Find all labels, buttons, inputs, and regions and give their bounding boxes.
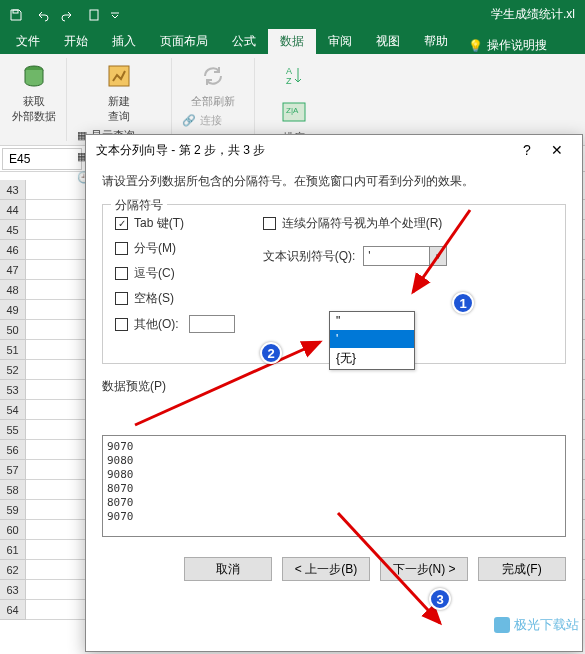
undo-icon[interactable] bbox=[30, 3, 54, 27]
annotation-badge-1: 1 bbox=[452, 292, 474, 314]
row-header[interactable]: 59 bbox=[0, 500, 26, 520]
new-query-icon bbox=[103, 60, 135, 92]
row-header[interactable]: 56 bbox=[0, 440, 26, 460]
row-header[interactable]: 50 bbox=[0, 320, 26, 340]
dropdown-option[interactable]: {无} bbox=[330, 348, 414, 369]
tab-insert[interactable]: 插入 bbox=[100, 29, 148, 54]
chevron-down-icon[interactable]: ▾ bbox=[429, 247, 446, 265]
filename: 学生成绩统计.xl bbox=[491, 6, 581, 23]
qualifier-dropdown-list[interactable]: "'{无} bbox=[329, 311, 415, 370]
tab-review[interactable]: 审阅 bbox=[316, 29, 364, 54]
dialog-help-button[interactable]: ? bbox=[512, 135, 542, 165]
checkbox-space-label: 空格(S) bbox=[134, 290, 174, 307]
qualifier-value: ' bbox=[368, 249, 370, 263]
row-header[interactable]: 43 bbox=[0, 180, 26, 200]
save-icon[interactable] bbox=[4, 3, 28, 27]
titlebar: 学生成绩统计.xl bbox=[0, 0, 585, 29]
new-query-label: 新建 查询 bbox=[108, 94, 130, 124]
dropdown-option[interactable]: ' bbox=[330, 330, 414, 348]
group-external-data: 获取 外部数据 bbox=[2, 58, 67, 141]
checkbox-empty-icon bbox=[115, 267, 128, 280]
next-button[interactable]: 下一步(N) > bbox=[380, 557, 468, 581]
dropdown-option[interactable]: " bbox=[330, 312, 414, 330]
connections-button[interactable]: 🔗连接 bbox=[178, 111, 248, 130]
tab-help[interactable]: 帮助 bbox=[412, 29, 460, 54]
refresh-icon bbox=[197, 60, 229, 92]
row-header[interactable]: 54 bbox=[0, 400, 26, 420]
tab-data[interactable]: 数据 bbox=[268, 29, 316, 54]
tab-view[interactable]: 视图 bbox=[364, 29, 412, 54]
text-qualifier-select[interactable]: ' ▾ bbox=[363, 246, 447, 266]
checkbox-tab-label: Tab 键(T) bbox=[134, 215, 184, 232]
new-query-button[interactable]: 新建 查询 bbox=[99, 58, 139, 126]
annotation-badge-3: 3 bbox=[429, 588, 451, 610]
redo-icon[interactable] bbox=[56, 3, 80, 27]
dialog-title-text: 文本分列向导 - 第 2 步，共 3 步 bbox=[96, 142, 265, 159]
tell-me-search[interactable]: 💡 操作说明搜 bbox=[468, 37, 547, 54]
checkbox-comma[interactable]: 逗号(C) bbox=[115, 265, 235, 282]
name-box[interactable] bbox=[2, 148, 82, 170]
checkbox-consecutive[interactable]: 连续分隔符号视为单个处理(R) bbox=[263, 215, 448, 232]
row-header[interactable]: 53 bbox=[0, 380, 26, 400]
checkbox-checked-icon: ✓ bbox=[115, 217, 128, 230]
watermark-icon bbox=[494, 617, 510, 633]
row-header[interactable]: 57 bbox=[0, 460, 26, 480]
row-header[interactable]: 62 bbox=[0, 560, 26, 580]
text-to-columns-dialog: 文本分列向导 - 第 2 步，共 3 步 ? ✕ 请设置分列数据所包含的分隔符号… bbox=[85, 134, 583, 652]
watermark: 极光下载站 bbox=[494, 616, 579, 634]
row-header[interactable]: 51 bbox=[0, 340, 26, 360]
preview-label: 数据预览(P) bbox=[102, 378, 566, 395]
dialog-buttons: 取消 < 上一步(B) 下一步(N) > 完成(F) bbox=[86, 545, 582, 593]
row-header[interactable]: 49 bbox=[0, 300, 26, 320]
row-header[interactable]: 45 bbox=[0, 220, 26, 240]
quick-access-toolbar bbox=[4, 3, 122, 27]
touch-mode-icon[interactable] bbox=[82, 3, 106, 27]
tab-file[interactable]: 文件 bbox=[4, 29, 52, 54]
ribbon-tabs: 文件 开始 插入 页面布局 公式 数据 审阅 视图 帮助 💡 操作说明搜 bbox=[0, 29, 585, 54]
group-sort-filter: AZ Z|A 排序 筛选 ⌫清除 ↻重新应用 ▼高级 bbox=[255, 58, 332, 141]
get-external-data-button[interactable]: 获取 外部数据 bbox=[8, 58, 60, 126]
tab-pagelayout[interactable]: 页面布局 bbox=[148, 29, 220, 54]
row-header[interactable]: 47 bbox=[0, 260, 26, 280]
refresh-all-label: 全部刷新 bbox=[191, 94, 235, 109]
row-header[interactable]: 61 bbox=[0, 540, 26, 560]
sort-button[interactable]: AZ bbox=[276, 58, 312, 94]
group-connections: 全部刷新 🔗连接 ☰属性 🔗编辑链接 bbox=[172, 58, 255, 141]
checkbox-comma-label: 逗号(C) bbox=[134, 265, 175, 282]
row-header[interactable]: 63 bbox=[0, 580, 26, 600]
checkbox-space[interactable]: 空格(S) bbox=[115, 290, 235, 307]
dialog-titlebar[interactable]: 文本分列向导 - 第 2 步，共 3 步 ? ✕ bbox=[86, 135, 582, 165]
checkbox-empty-icon bbox=[115, 242, 128, 255]
tab-formulas[interactable]: 公式 bbox=[220, 29, 268, 54]
row-header[interactable]: 44 bbox=[0, 200, 26, 220]
checkbox-other[interactable]: 其他(O): bbox=[115, 315, 235, 333]
refresh-all-button[interactable]: 全部刷新 bbox=[187, 58, 239, 111]
row-header[interactable]: 64 bbox=[0, 600, 26, 620]
checkbox-other-label: 其他(O): bbox=[134, 316, 179, 333]
row-header[interactable]: 58 bbox=[0, 480, 26, 500]
row-header[interactable]: 46 bbox=[0, 240, 26, 260]
finish-button[interactable]: 完成(F) bbox=[478, 557, 566, 581]
qualifier-label: 文本识别符号(Q): bbox=[263, 248, 356, 265]
svg-text:Z: Z bbox=[286, 76, 292, 86]
back-button[interactable]: < 上一步(B) bbox=[282, 557, 370, 581]
row-header[interactable]: 60 bbox=[0, 520, 26, 540]
svg-text:A: A bbox=[286, 66, 292, 76]
dialog-close-button[interactable]: ✕ bbox=[542, 135, 572, 165]
delimiters-legend: 分隔符号 bbox=[111, 197, 167, 214]
customize-qat-icon[interactable] bbox=[108, 3, 122, 27]
lightbulb-icon: 💡 bbox=[468, 39, 483, 53]
cancel-button[interactable]: 取消 bbox=[184, 557, 272, 581]
ribbon-content: 获取 外部数据 新建 查询 ▦显示查询 ▦从表格 🕘最近使用的源 全部刷新 🔗连… bbox=[0, 54, 585, 146]
tab-home[interactable]: 开始 bbox=[52, 29, 100, 54]
get-external-label: 获取 外部数据 bbox=[12, 94, 56, 124]
dialog-description: 请设置分列数据所包含的分隔符号。在预览窗口内可看到分列的效果。 bbox=[102, 173, 566, 190]
checkbox-semicolon[interactable]: 分号(M) bbox=[115, 240, 235, 257]
row-header[interactable]: 55 bbox=[0, 420, 26, 440]
other-delimiter-input[interactable] bbox=[189, 315, 235, 333]
row-header[interactable]: 52 bbox=[0, 360, 26, 380]
checkbox-tab[interactable]: ✓Tab 键(T) bbox=[115, 215, 235, 232]
row-header[interactable]: 48 bbox=[0, 280, 26, 300]
checkbox-empty-icon bbox=[115, 292, 128, 305]
preview-box[interactable]: 9070 9080 9080 8070 8070 9070 bbox=[102, 435, 566, 537]
